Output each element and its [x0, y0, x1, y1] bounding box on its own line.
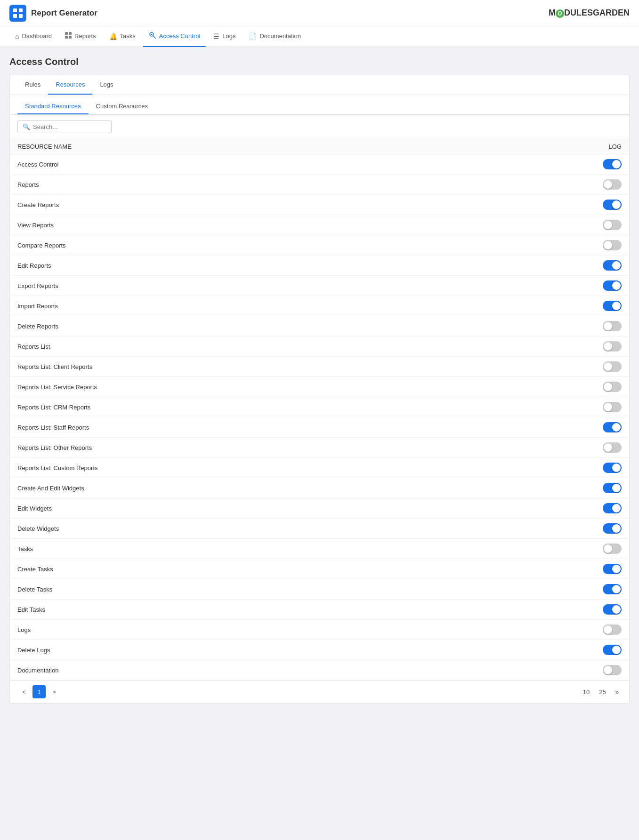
table-row: Delete Widgets — [10, 519, 629, 539]
resource-name: Reports List: Service Reports — [17, 384, 97, 391]
resource-name: Logs — [17, 626, 31, 633]
toggle-reports[interactable] — [603, 179, 622, 190]
next-page-button[interactable]: > — [48, 685, 61, 698]
toggle-delete-reports[interactable] — [603, 321, 622, 331]
toggle-reports-list:-service-reports[interactable] — [603, 382, 622, 392]
toggle-reports-list:-custom-reports[interactable] — [603, 463, 622, 473]
resource-table-body: Access ControlReportsCreate ReportsView … — [10, 154, 629, 680]
page-1-button[interactable]: 1 — [32, 685, 46, 698]
toggle-compare-reports[interactable] — [603, 240, 622, 250]
toggle-create-and-edit-widgets[interactable] — [603, 483, 622, 493]
toggle-edit-widgets[interactable] — [603, 503, 622, 513]
main-card: Rules Resources Logs Standard Resources … — [9, 75, 630, 704]
page-size-25[interactable]: 25 — [596, 688, 608, 696]
table-row: Reports List — [10, 336, 629, 357]
toggle-reports-list:-client-reports[interactable] — [603, 361, 622, 372]
resource-name: Reports List: Client Reports — [17, 363, 92, 370]
top-bar: Report Generator MODULESGARDEN — [0, 0, 639, 26]
app-title: Report Generator — [31, 8, 97, 18]
page-size-options: 10 25 » — [580, 688, 622, 696]
nav-label-reports: Reports — [74, 32, 96, 40]
resource-name: Delete Logs — [17, 647, 50, 654]
toggle-export-reports[interactable] — [603, 280, 622, 291]
svg-rect-7 — [69, 36, 72, 39]
toggle-create-tasks[interactable] — [603, 564, 622, 574]
tab-resources[interactable]: Resources — [48, 75, 92, 95]
search-input[interactable] — [33, 123, 106, 130]
svg-rect-4 — [65, 32, 68, 35]
sub-tab-standard[interactable]: Standard Resources — [17, 99, 89, 114]
table-row: Edit Widgets — [10, 498, 629, 519]
search-box[interactable]: 🔍 — [17, 120, 112, 133]
toggle-logs[interactable] — [603, 624, 622, 635]
page-content: Access Control Rules Resources Logs Stan… — [0, 47, 639, 713]
nav-item-documentation[interactable]: 📄 Documentation — [243, 26, 306, 47]
table-row: Delete Logs — [10, 640, 629, 660]
table-row: Edit Reports — [10, 256, 629, 276]
prev-page-button[interactable]: < — [17, 685, 31, 698]
nav-label-logs: Logs — [222, 32, 235, 40]
nav-item-reports[interactable]: Reports — [59, 26, 102, 47]
svg-rect-2 — [13, 14, 17, 18]
toggle-documentation[interactable] — [603, 665, 622, 675]
resource-name: Create Tasks — [17, 566, 53, 573]
resource-name: Reports List — [17, 343, 50, 350]
tab-logs[interactable]: Logs — [92, 75, 121, 95]
table-row: Reports List: Other Reports — [10, 438, 629, 458]
nav-label-dashboard: Dashboard — [22, 32, 52, 40]
toggle-tasks[interactable] — [603, 544, 622, 554]
toggle-delete-logs[interactable] — [603, 645, 622, 655]
sub-tab-custom[interactable]: Custom Resources — [89, 99, 156, 114]
sub-tabs: Standard Resources Custom Resources — [10, 95, 629, 115]
table-row: View Reports — [10, 215, 629, 235]
toggle-delete-tasks[interactable] — [603, 584, 622, 594]
table-row: Create And Edit Widgets — [10, 478, 629, 498]
nav-item-dashboard[interactable]: ⌂ Dashboard — [9, 26, 57, 47]
search-area: 🔍 — [10, 115, 629, 139]
resource-name: Edit Tasks — [17, 606, 45, 613]
toggle-edit-reports[interactable] — [603, 260, 622, 271]
toggle-create-reports[interactable] — [603, 200, 622, 210]
svg-rect-1 — [19, 8, 23, 12]
tasks-icon: 🔔 — [109, 32, 117, 40]
nav-item-access-control[interactable]: Access Control — [143, 26, 206, 47]
page-title: Access Control — [9, 56, 630, 67]
svg-rect-6 — [65, 36, 68, 39]
table-row: Reports List: Client Reports — [10, 357, 629, 377]
table-row: Export Reports — [10, 276, 629, 296]
resource-name: Edit Reports — [17, 262, 51, 269]
resource-name: View Reports — [17, 222, 54, 229]
table-row: Reports List: Service Reports — [10, 377, 629, 397]
resource-name: Delete Reports — [17, 323, 58, 330]
table-row: Create Tasks — [10, 559, 629, 579]
toggle-reports-list:-crm-reports[interactable] — [603, 402, 622, 412]
nav-item-tasks[interactable]: 🔔 Tasks — [104, 26, 141, 47]
tab-rules[interactable]: Rules — [17, 75, 48, 95]
page-size-10[interactable]: 10 — [580, 688, 592, 696]
table-header: RESOURCE NAME LOG — [10, 139, 629, 154]
toggle-delete-widgets[interactable] — [603, 523, 622, 534]
resource-name: Export Reports — [17, 282, 58, 289]
toggle-reports-list[interactable] — [603, 341, 622, 352]
nav-item-logs[interactable]: ☰ Logs — [208, 26, 241, 47]
resource-name: Edit Widgets — [17, 505, 52, 512]
nav-bar: ⌂ Dashboard Reports 🔔 Tasks Access Contr… — [0, 26, 639, 47]
resource-name: Tasks — [17, 545, 33, 552]
svg-point-10 — [151, 34, 152, 35]
svg-line-9 — [153, 36, 156, 39]
toggle-import-reports[interactable] — [603, 301, 622, 311]
dashboard-icon: ⌂ — [15, 32, 19, 40]
resource-name: Reports — [17, 181, 39, 188]
reports-icon — [65, 32, 72, 40]
toggle-edit-tasks[interactable] — [603, 604, 622, 615]
logs-icon: ☰ — [213, 32, 219, 40]
toggle-view-reports[interactable] — [603, 220, 622, 230]
page-size-expand[interactable]: » — [613, 688, 622, 696]
table-row: Reports List: Custom Reports — [10, 458, 629, 478]
search-icon: 🔍 — [23, 123, 30, 130]
toggle-access-control[interactable] — [603, 159, 622, 169]
toggle-reports-list:-staff-reports[interactable] — [603, 422, 622, 432]
toggle-reports-list:-other-reports[interactable] — [603, 442, 622, 453]
table-row: Delete Reports — [10, 316, 629, 336]
resource-name: Documentation — [17, 667, 58, 674]
